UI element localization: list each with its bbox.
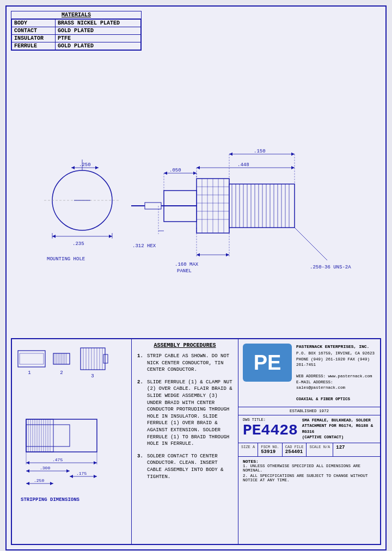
svg-text:MOUNTING HOLE: MOUNTING HOLE — [47, 256, 85, 262]
svg-rect-101 — [26, 419, 53, 452]
fscm-cell: FSCM NO. 53919 — [258, 443, 283, 456]
svg-line-73 — [295, 228, 327, 260]
svg-text:.312 HEX: .312 HEX — [132, 243, 156, 249]
svg-marker-48 — [291, 152, 295, 156]
title-section: DWG TITLE: PE4428 SMA FEMALE, BULKHEAD, … — [238, 415, 380, 443]
svg-marker-121 — [66, 469, 70, 473]
materials-table: MATERIALS BODYBRASS NICKEL PLATEDCONTACT… — [11, 11, 142, 51]
scale-label: SCALE N/A — [309, 445, 330, 449]
company-info: PASTERNACK ENTERPRISES, INC. P.O. BOX 16… — [296, 344, 376, 402]
svg-marker-67 — [197, 253, 200, 256]
material-value: BRASS NICKEL PLATED — [56, 20, 141, 27]
svg-marker-12 — [109, 235, 112, 238]
svg-rect-27 — [229, 184, 295, 228]
material-value: GOLD PLATED — [56, 42, 141, 50]
svg-marker-59 — [197, 166, 200, 169]
cad-label: CAD FILE — [285, 445, 304, 449]
svg-text:.250-36 UNS-2A: .250-36 UNS-2A — [310, 265, 351, 270]
svg-text:STRIPPING DIMENSIONS: STRIPPING DIMENSIONS — [21, 497, 80, 503]
company-web: WEB ADDRESS: www.pasternack.com — [296, 374, 376, 379]
bottom-section: 1 2 — [11, 338, 381, 545]
svg-text:1: 1 — [28, 370, 30, 376]
svg-marker-129 — [50, 482, 53, 485]
assembly-steps: 1.STRIP CABLE AS SHOWN. DO NOT NICK CENT… — [137, 353, 232, 480]
step-number: 2. — [137, 379, 145, 448]
svg-rect-45 — [145, 203, 161, 209]
material-part: FERRULE — [12, 42, 56, 50]
company-email: E-MAIL ADDRESS: sales@pasternack.com — [296, 379, 376, 391]
svg-marker-53 — [164, 172, 167, 175]
svg-marker-11 — [52, 235, 56, 238]
svg-marker-68 — [226, 253, 229, 256]
material-value: GOLD PLATED — [56, 27, 141, 35]
page: MATERIALS BODYBRASS NICKEL PLATEDCONTACT… — [5, 5, 387, 550]
svg-text:.235: .235 — [72, 241, 84, 247]
svg-marker-128 — [26, 482, 29, 485]
assembly-title: ASSEMBLY PROCEDURES — [137, 342, 232, 348]
drg-title-label: DWG TITLE: — [243, 418, 298, 422]
components-svg: 1 2 — [15, 342, 124, 386]
company-phone: PHONE (949) 261-1920 FAX (949) 261-7451 — [296, 357, 376, 368]
svg-text:.150: .150 — [254, 149, 266, 154]
svg-rect-75 — [18, 351, 45, 367]
company-name: PASTERNACK ENTERPRISES, INC. — [296, 344, 376, 350]
company-tagline: COAXIAL & FIBER OPTICS — [296, 396, 376, 402]
stripping-svg: .475 .300 .175 .250 STRIPPING DIMENSIONS — [15, 392, 124, 506]
main-drawing-svg: .250 .235 MOUNTING HOLE — [11, 53, 387, 336]
pe-logo: PE — [243, 344, 292, 382]
step-number: 1. — [137, 353, 145, 374]
left-panel: 1 2 — [12, 339, 132, 544]
step-text: SLIDE FERRULE (1) & CLAMP NUT (2) OVER C… — [147, 379, 232, 448]
svg-rect-76 — [20, 353, 44, 364]
drawing-area: .250 .235 MOUNTING HOLE — [11, 53, 381, 336]
footer-row: SIZE A FSCM NO. 53919 CAD FILE 254401 SC… — [238, 443, 380, 457]
cad-value: 254401 — [285, 449, 304, 455]
svg-marker-54 — [193, 172, 197, 175]
svg-text:.175: .175 — [76, 471, 87, 476]
svg-marker-124 — [70, 475, 73, 478]
sheet-number: 127 — [336, 445, 345, 450]
sheet-cell: 127 — [333, 443, 347, 456]
svg-rect-99 — [26, 419, 97, 452]
assembly-step: 2.SLIDE FERRULE (1) & CLAMP NUT (2) OVER… — [137, 379, 232, 448]
material-part: INSULATOR — [12, 35, 56, 42]
svg-text:.250: .250 — [34, 478, 44, 483]
right-panel: PE PASTERNACK ENTERPRISES, INC. P.O. BOX… — [238, 339, 380, 544]
step-number: 3. — [137, 453, 145, 480]
svg-marker-120 — [26, 469, 29, 473]
svg-marker-60 — [291, 166, 295, 169]
svg-text:PANEL: PANEL — [177, 268, 192, 274]
svg-marker-114 — [26, 461, 29, 464]
notes-list: 1. UNLESS OTHERWISE SPECIFIED ALL DIMENS… — [243, 464, 376, 482]
svg-text:2: 2 — [60, 370, 63, 376]
company-section: PE PASTERNACK ENTERPRISES, INC. P.O. BOX… — [238, 339, 380, 407]
scale-cell: SCALE N/A — [307, 443, 333, 456]
svg-marker-6 — [95, 166, 99, 169]
material-part: BODY — [12, 20, 56, 27]
title-desc: SMA FEMALE, BULKHEAD, SOLDER ATTACHMENT … — [302, 418, 376, 440]
svg-text:.300: .300 — [40, 466, 50, 470]
svg-rect-88 — [81, 348, 105, 370]
svg-rect-97 — [103, 354, 108, 363]
material-part: CONTACT — [12, 27, 56, 35]
step-text: SOLDER CONTACT TO CENTER CONDUCTOR. CLEA… — [147, 453, 232, 480]
material-value: PTFE — [56, 35, 141, 42]
svg-marker-125 — [94, 475, 97, 478]
note-item: 1. UNLESS OTHERWISE SPECIFIED ALL DIMENS… — [243, 464, 376, 473]
svg-text:3: 3 — [91, 374, 94, 379]
fscm-label: FSCM NO. — [261, 445, 279, 449]
assembly-panel: ASSEMBLY PROCEDURES 1.STRIP CABLE AS SHO… — [132, 339, 238, 544]
svg-text:.250: .250 — [79, 162, 91, 168]
cad-cell: CAD FILE 254401 — [283, 443, 307, 456]
assembly-step: 1.STRIP CABLE AS SHOWN. DO NOT NICK CENT… — [137, 353, 232, 374]
notes-section: NOTES: 1. UNLESS OTHERWISE SPECIFIED ALL… — [238, 457, 380, 486]
size-label: SIZE A — [241, 445, 255, 449]
svg-marker-47 — [229, 152, 232, 156]
part-number: PE4428 — [243, 423, 298, 438]
svg-text:.160 MAX: .160 MAX — [175, 262, 199, 267]
svg-marker-5 — [71, 166, 75, 169]
svg-text:PE: PE — [254, 351, 281, 374]
note-item: 2. ALL SPECIFICATIONS ARE SUBJECT TO CHA… — [243, 474, 376, 482]
notes-header: NOTES: — [243, 459, 376, 464]
fscm-value: 53919 — [261, 449, 279, 455]
